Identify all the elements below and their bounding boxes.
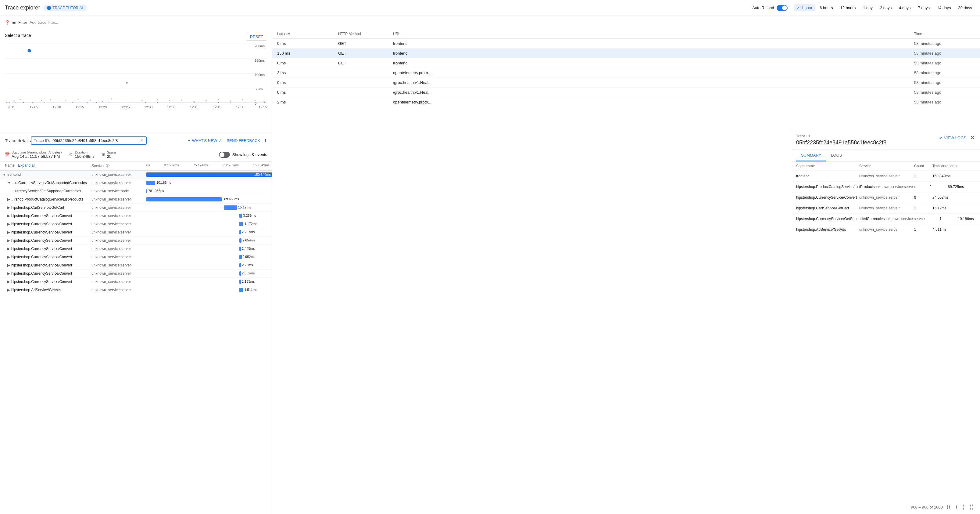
trace-row[interactable]: 3 ms opentelemetry.proto.... 58 minutes … bbox=[272, 68, 980, 78]
timeline-marker-1: 37.587ms bbox=[164, 163, 179, 169]
span-name-text: ...o.CurrencyService/GetSupportedCurrenc… bbox=[12, 181, 87, 185]
next-page-button[interactable]: ⟩ bbox=[961, 503, 966, 512]
span-row-convert-6[interactable]: ▶ hipstershop.CurrencyService/Convert un… bbox=[0, 253, 272, 261]
span-expand-icon[interactable]: ▶ bbox=[7, 263, 10, 267]
trace-row[interactable]: 2 ms opentelemetry.proto.... 58 minutes … bbox=[272, 97, 980, 107]
span-expand-icon[interactable]: ▶ bbox=[7, 288, 10, 292]
trace-id-label: Trace ID: bbox=[34, 138, 50, 143]
filter-input[interactable] bbox=[30, 20, 975, 25]
span-row-node-currencies[interactable]: ...urrencyService/GetSupportedCurrencies… bbox=[0, 187, 272, 195]
svg-rect-35 bbox=[72, 102, 73, 103]
span-expand-icon[interactable]: ▼ bbox=[2, 172, 6, 177]
detail-span-name: hipstershop.CurrencyService/Convert bbox=[796, 195, 859, 200]
span-row-getads[interactable]: ▶ hipstershop.AdService/GetAds unknown_s… bbox=[0, 286, 272, 294]
logs-toggle-switch[interactable] bbox=[219, 152, 230, 158]
span-expand-icon[interactable]: ▶ bbox=[7, 206, 10, 210]
close-detail-button[interactable]: ✕ bbox=[970, 134, 975, 141]
svg-point-23 bbox=[230, 101, 231, 102]
span-expand-icon[interactable]: ▶ bbox=[7, 238, 10, 243]
external-link-icon: ↗ bbox=[218, 138, 222, 143]
detail-row-listproducts: hipstershop.ProductCatalogService/ListPr… bbox=[791, 182, 980, 192]
span-expand-icon[interactable]: ▶ bbox=[7, 247, 10, 251]
tutorial-badge[interactable]: 🔵 TRACE TUTORIAL bbox=[44, 5, 87, 11]
span-row-convert-1[interactable]: ▶ hipstershop.CurrencyService/Convert un… bbox=[0, 212, 272, 220]
time-btn-6hours[interactable]: 6 hours bbox=[816, 4, 836, 11]
span-row-convert-4[interactable]: ▶ hipstershop.CurrencyService/Convert un… bbox=[0, 236, 272, 245]
time-btn-7days[interactable]: 7 days bbox=[915, 4, 933, 11]
last-page-button[interactable]: ⟩⟩ bbox=[969, 503, 975, 512]
span-row-getcurrencies[interactable]: ▼ ...o.CurrencyService/GetSupportedCurre… bbox=[0, 179, 272, 187]
trace-row[interactable]: 0 ms GET frontend 58 minutes ago bbox=[272, 39, 980, 48]
detail-span-name: hipstershop.AdService/GetAds bbox=[796, 227, 859, 231]
svg-rect-43 bbox=[170, 102, 170, 103]
span-expand-icon[interactable]: ▶ bbox=[7, 214, 10, 218]
time-btn-30days[interactable]: 30 days bbox=[955, 4, 975, 11]
svg-point-21 bbox=[205, 100, 207, 101]
time-btn-4days[interactable]: 4 days bbox=[896, 4, 913, 11]
expand-icon[interactable]: ⬆ bbox=[264, 138, 267, 143]
first-page-button[interactable]: ⟨⟨ bbox=[945, 503, 952, 512]
filter-label: Filter bbox=[18, 20, 27, 25]
span-row-frontend[interactable]: ▼ frontend unknown_service:server 150.34… bbox=[0, 171, 272, 179]
tab-logs[interactable]: LOGS bbox=[826, 150, 847, 161]
trace-chart[interactable] bbox=[5, 43, 267, 104]
time-btn-12hours[interactable]: 12 hours bbox=[837, 4, 859, 11]
x-label-tue15: Tue 15 bbox=[5, 105, 15, 109]
x-label-1210: 12:10 bbox=[53, 105, 61, 109]
span-row-convert-8[interactable]: ▶ hipstershop.CurrencyService/Convert un… bbox=[0, 270, 272, 278]
detail-panel-header: Trace ID 05bf2235fc24e8491a558c1feec8c2f… bbox=[791, 130, 980, 150]
span-expand-icon[interactable]: ▶ bbox=[7, 255, 10, 259]
span-row-convert-2[interactable]: ▶ hipstershop.CurrencyService/Convert un… bbox=[0, 220, 272, 228]
time-btn-1hour[interactable]: ✓ 1 hour bbox=[794, 4, 815, 11]
prev-page-button[interactable]: ⟨ bbox=[955, 503, 959, 512]
auto-reload-toggle[interactable] bbox=[776, 5, 788, 11]
span-row-listproducts[interactable]: ▶ ...rshop.ProductCatalogService/ListPro… bbox=[0, 195, 272, 204]
time-btn-14days[interactable]: 14 days bbox=[934, 4, 954, 11]
reset-button[interactable]: RESET bbox=[246, 33, 267, 41]
pagination-info: 960 – 966 of 1000 bbox=[911, 505, 943, 509]
send-feedback-button[interactable]: SEND FEEDBACK bbox=[227, 138, 260, 143]
span-row-convert-5[interactable]: ▶ hipstershop.CurrencyService/Convert un… bbox=[0, 245, 272, 253]
span-name-text: hipstershop.CurrencyService/Convert bbox=[11, 214, 72, 218]
span-row-convert-9[interactable]: ▶ hipstershop.CurrencyService/Convert un… bbox=[0, 278, 272, 286]
span-row-convert-3[interactable]: ▶ hipstershop.CurrencyService/Convert un… bbox=[0, 228, 272, 236]
expand-all-button[interactable]: Expand all bbox=[18, 163, 35, 168]
clear-trace-id-icon[interactable]: ✕ bbox=[140, 138, 144, 143]
trace-time: 58 minutes ago bbox=[914, 70, 975, 75]
trace-method: GET bbox=[338, 51, 393, 56]
trace-row[interactable]: 0 ms GET frontend 58 minutes ago bbox=[272, 58, 980, 68]
trace-url: opentelemetry.proto.... bbox=[393, 70, 914, 75]
x-label-1220: 12:20 bbox=[99, 105, 107, 109]
view-logs-button[interactable]: ↗ VIEW LOGS bbox=[939, 136, 966, 140]
time-btn-2days[interactable]: 2 days bbox=[877, 4, 895, 11]
span-row-convert-7[interactable]: ▶ hipstershop.CurrencyService/Convert un… bbox=[0, 261, 272, 270]
trace-row-selected[interactable]: 150 ms GET frontend 58 minutes ago bbox=[272, 48, 980, 58]
span-service-text: unknown_service:server bbox=[91, 288, 146, 292]
trace-row[interactable]: 0 ms /grpc.health.v1.Heal... 58 minutes … bbox=[272, 78, 980, 88]
select-trace-label: Select a trace bbox=[5, 33, 31, 38]
filter-icon: ☰ bbox=[12, 20, 16, 25]
span-duration: 2.28ms bbox=[242, 263, 253, 267]
span-duration: 15.12ms bbox=[238, 206, 251, 209]
trace-row[interactable]: 0 ms /grpc.health.v1.Heal... 58 minutes … bbox=[272, 88, 980, 97]
svg-rect-48 bbox=[231, 102, 231, 103]
span-expand-icon[interactable]: ▶ bbox=[7, 197, 10, 201]
service-help-icon: ⓘ bbox=[106, 164, 110, 168]
whats-new-button[interactable]: ✦ WHAT'S NEW ↗ bbox=[188, 138, 222, 143]
span-expand-icon[interactable]: ▼ bbox=[7, 181, 11, 185]
svg-point-14 bbox=[111, 98, 112, 99]
span-expand-icon[interactable]: ▶ bbox=[7, 271, 10, 276]
span-service-text: unknown_service:server bbox=[91, 197, 146, 201]
span-row-getcart[interactable]: ▶ hipstershop.CartService/GetCart unknow… bbox=[0, 204, 272, 212]
tab-summary[interactable]: SUMMARY bbox=[796, 150, 826, 161]
time-btn-1day[interactable]: 1 day bbox=[860, 4, 876, 11]
detail-span-name: hipstershop.CurrencyService/GetSupported… bbox=[796, 217, 885, 221]
span-expand-icon[interactable]: ▶ bbox=[7, 230, 10, 235]
logs-events-toggle[interactable]: Show logs & events bbox=[219, 152, 267, 158]
x-label-1245: 12:45 bbox=[213, 105, 221, 109]
span-expand-icon[interactable]: ▶ bbox=[7, 279, 10, 284]
detail-table-header: Span name Service Count Total duration ↓ bbox=[791, 161, 980, 171]
span-expand-icon[interactable]: ▶ bbox=[7, 222, 10, 226]
svg-point-19 bbox=[181, 99, 182, 101]
trace-id-input[interactable] bbox=[52, 138, 138, 143]
